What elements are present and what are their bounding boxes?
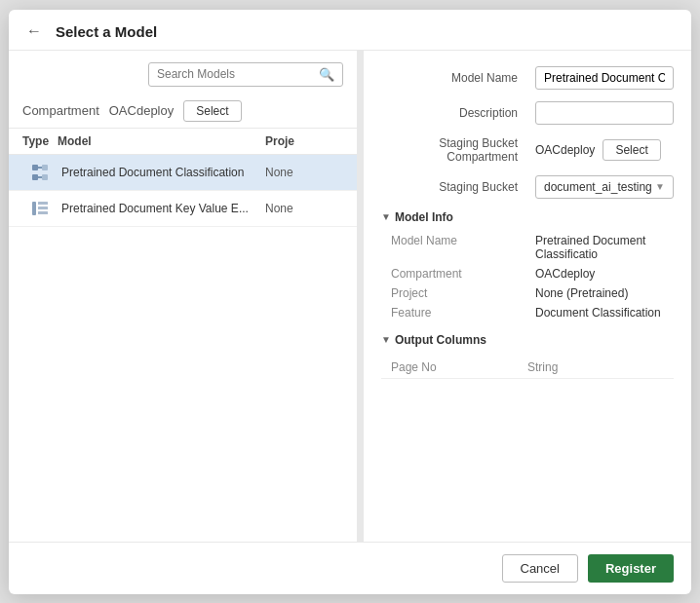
row-2-name: Pretrained Document Key Value E...	[58, 202, 265, 215]
table-row[interactable]: Pretrained Document Key Value E... None	[9, 191, 357, 227]
output-columns-title-text: Output Columns	[395, 333, 486, 347]
description-input[interactable]	[535, 101, 674, 125]
svg-rect-7	[38, 202, 48, 205]
row-2-project: None	[265, 202, 343, 215]
table-row[interactable]: Pretrained Document Classification None	[9, 155, 357, 191]
output-col-string: String	[527, 360, 664, 374]
model-info-title-text: Model Info	[395, 210, 453, 224]
description-row: Description	[381, 101, 674, 125]
search-box-container: 🔍	[148, 62, 343, 87]
model-name-label: Model Name	[381, 71, 527, 85]
search-icon: 🔍	[319, 67, 334, 82]
cancel-button[interactable]: Cancel	[502, 554, 578, 583]
info-model-name-value: Pretrained Document Classificatio	[535, 234, 674, 261]
svg-rect-0	[32, 165, 38, 170]
info-compartment-value: OACdeploy	[535, 267, 674, 281]
compartment-select-button[interactable]: Select	[183, 100, 241, 122]
search-input[interactable]	[157, 67, 313, 81]
doc-key-icon	[30, 199, 50, 218]
svg-rect-3	[42, 174, 48, 180]
svg-rect-9	[38, 211, 48, 214]
compartment-label: Compartment	[22, 103, 99, 118]
info-feature-label: Feature	[391, 306, 527, 320]
output-table-header: Page No String	[381, 357, 674, 379]
dialog-header: ← Select a Model	[9, 10, 691, 51]
staging-compartment-value-row: OACdeploy Select	[535, 139, 674, 161]
info-feature-value: Document Classification	[535, 306, 674, 320]
right-panel: Model Name Description Staging Bucket Co…	[364, 51, 691, 542]
row-icon-1	[22, 163, 58, 182]
staging-compartment-value: OACdeploy	[535, 143, 595, 157]
col-model: Model	[58, 134, 265, 148]
dialog-footer: Cancel Register	[9, 542, 691, 594]
left-panel: 🔍 Compartment OACdeploy Select Type Mode…	[9, 51, 358, 542]
chevron-down-icon: ▼	[655, 181, 665, 192]
info-model-name-label: Model Name	[391, 234, 527, 261]
dialog-body: 🔍 Compartment OACdeploy Select Type Mode…	[9, 51, 691, 542]
table-body: Pretrained Document Classification None …	[9, 155, 357, 542]
row-icon-2	[22, 199, 58, 218]
staging-bucket-value: document_ai_testing	[544, 180, 652, 194]
output-col-page-no: Page No	[391, 360, 527, 374]
output-columns-section-title: ▼ Output Columns	[381, 333, 674, 347]
back-button[interactable]: ←	[22, 23, 46, 39]
svg-rect-6	[32, 202, 36, 215]
staging-bucket-label: Staging Bucket	[381, 180, 527, 194]
filter-bar: Compartment OACdeploy Select	[9, 94, 357, 129]
model-name-input[interactable]	[535, 66, 674, 90]
staging-compartment-label: Staging Bucket Compartment	[381, 136, 527, 164]
output-section-arrow-icon: ▼	[381, 334, 391, 345]
model-name-row: Model Name	[381, 66, 674, 90]
doc-class-icon	[30, 163, 50, 182]
svg-rect-1	[32, 174, 38, 180]
info-project-label: Project	[391, 286, 527, 300]
staging-bucket-select[interactable]: document_ai_testing ▼	[535, 175, 674, 199]
row-1-name: Pretrained Document Classification	[58, 166, 265, 179]
section-arrow-icon: ▼	[381, 211, 391, 222]
staging-compartment-select-button[interactable]: Select	[603, 139, 660, 161]
register-button[interactable]: Register	[588, 554, 674, 583]
svg-rect-2	[42, 165, 48, 170]
model-info-grid: Model Name Pretrained Document Classific…	[381, 234, 674, 320]
row-1-project: None	[265, 166, 343, 179]
col-type: Type	[22, 134, 58, 148]
svg-rect-8	[38, 207, 48, 209]
select-model-dialog: ← Select a Model 🔍 Compartment OACdeploy…	[9, 10, 691, 594]
info-compartment-label: Compartment	[391, 267, 527, 281]
dialog-title: Select a Model	[56, 23, 157, 40]
description-label: Description	[381, 106, 527, 120]
col-project: Proje	[265, 134, 343, 148]
search-row: 🔍	[9, 51, 357, 94]
staging-compartment-row: Staging Bucket Compartment OACdeploy Sel…	[381, 136, 674, 164]
compartment-value: OACdeploy	[109, 103, 174, 118]
output-section: Page No String	[381, 357, 674, 383]
model-info-section-title: ▼ Model Info	[381, 210, 674, 224]
info-project-value: None (Pretrained)	[535, 286, 674, 300]
table-header: Type Model Proje	[9, 129, 357, 155]
staging-bucket-row: Staging Bucket document_ai_testing ▼	[381, 175, 674, 199]
